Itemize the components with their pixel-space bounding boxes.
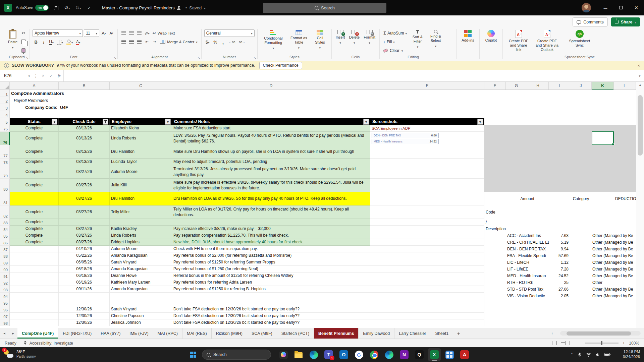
wrap-text-button[interactable]: Wrap Text <box>152 29 176 37</box>
cell-C75[interactable]: Elizabeth Kloha <box>110 125 172 132</box>
deduction-code[interactable]: CRE - CRITICAL ILL EE <box>506 239 549 246</box>
cell-D88[interactable]: Pay referral bonus of $2,000 (for referr… <box>172 252 370 259</box>
merge-center-button[interactable]: Merge & Center <box>159 38 199 45</box>
row-header[interactable]: 90 <box>0 266 10 273</box>
cell-B96[interactable]: 12/30/26 <box>59 306 110 313</box>
cell-F88[interactable] <box>484 252 506 259</box>
cell-F91[interactable] <box>484 273 506 279</box>
cell-A79[interactable]: Complete <box>10 165 59 179</box>
cell-B98[interactable]: 12/30/26 <box>59 319 110 326</box>
close-button[interactable] <box>629 0 644 15</box>
side-empty[interactable] <box>506 226 636 232</box>
cell-B94[interactable] <box>59 293 110 299</box>
formula-input[interactable] <box>63 70 636 81</box>
customize-qat-button[interactable] <box>86 4 93 11</box>
deduction-amount[interactable]: 24.52 <box>549 273 570 279</box>
start-button[interactable] <box>186 350 200 360</box>
column-header-A[interactable]: A <box>10 82 59 89</box>
cell-J85[interactable] <box>570 232 592 239</box>
confirm-entry-icon[interactable]: ✓ <box>47 73 55 78</box>
search-input[interactable]: Search <box>263 3 386 13</box>
spreadsheet-sync-button[interactable]: Spreadsheet Sync <box>567 28 592 48</box>
cell-D80[interactable]: Make sure pay increase is effective 3/8/… <box>172 179 370 192</box>
deduction-code[interactable]: VIS - Vision Deductic <box>506 293 549 299</box>
row-header[interactable]: 87 <box>0 246 10 252</box>
column-header-J[interactable]: J <box>570 82 592 89</box>
cell-D76[interactable]: LDW: 3/5/26. Pay 72 regular hours. Payou… <box>172 132 370 145</box>
create-pdf-share-link-button[interactable]: Create PDF and Share link <box>505 28 532 52</box>
row-header[interactable]: 88 <box>0 252 10 259</box>
tab-overflow-menu-icon[interactable] <box>547 328 557 339</box>
cell-B76[interactable]: 03/13/26 <box>59 132 110 145</box>
side-label[interactable]: Code <box>484 205 506 219</box>
app-store-app[interactable] <box>443 348 456 361</box>
cell-C94[interactable] <box>110 293 172 299</box>
cell-E91[interactable] <box>370 273 484 279</box>
show-hidden-icons-icon[interactable] <box>570 352 574 358</box>
cell-C95[interactable] <box>110 299 172 306</box>
sheet-tab[interactable]: MAI (RPC) <box>153 328 182 339</box>
filter-button-screenshots[interactable] <box>477 119 483 124</box>
column-header-G[interactable]: G <box>506 82 527 89</box>
deduction-amount[interactable]: 25 <box>549 279 570 286</box>
cell-C87[interactable]: Autumn Moore <box>110 246 172 252</box>
cell-F94[interactable] <box>484 293 506 299</box>
decrease-font-button[interactable] <box>108 30 115 37</box>
align-middle-button[interactable] <box>128 29 135 37</box>
cell-F90[interactable] <box>484 266 506 273</box>
cell-E75[interactable]: SCA Employee in ADP <box>370 125 484 132</box>
cell-C76[interactable]: Linda Roberts <box>110 132 172 145</box>
cell-C98[interactable]: Jessica Johnson <box>110 319 172 326</box>
deduction-code[interactable]: LIC - LifeCH <box>506 259 549 266</box>
cell-C83[interactable] <box>110 219 172 226</box>
sheet-tab[interactable]: SCA (M9F) <box>247 328 277 339</box>
row-header[interactable]: 96 <box>0 306 10 313</box>
row-header[interactable]: 80 <box>0 179 10 192</box>
selected-cell-K76[interactable] <box>592 131 614 145</box>
autosum-button[interactable]: AutoSum <box>382 29 408 37</box>
copy-button[interactable] <box>20 38 27 45</box>
row-header[interactable]: 3 <box>0 104 10 111</box>
cell-E79[interactable] <box>370 165 484 179</box>
cell-A94[interactable] <box>10 293 59 299</box>
cell-B77[interactable]: 03/13/26 <box>59 145 110 159</box>
percent-style-button[interactable] <box>212 39 219 46</box>
cell-A96[interactable] <box>10 306 59 313</box>
borders-button[interactable] <box>56 39 64 46</box>
cell-C81[interactable]: Dru Hamilton <box>110 192 172 205</box>
cell-F85[interactable] <box>484 232 506 239</box>
row-header[interactable]: 83 <box>0 219 10 226</box>
deduction-amount[interactable]: 9.94 <box>549 246 570 252</box>
autosave-toggle[interactable]: AutoSave On <box>16 5 49 11</box>
cell-D82[interactable]: Telly Miller on LOA as of 3/17/26. Only … <box>172 205 370 219</box>
cell-A3[interactable]: Company Code: <box>10 104 59 111</box>
cell-B3[interactable]: U4F <box>59 104 110 111</box>
side-label[interactable]: / <box>484 219 506 226</box>
cell-D91[interactable]: Referral bonus in the amount of $1250 fo… <box>172 273 370 279</box>
cell-D98[interactable]: Don't take FSA deduction on 12/30/26 bc … <box>172 319 370 326</box>
deduction-category[interactable]: Other (Managed by Be <box>592 259 636 266</box>
zoom-out-button[interactable]: − <box>578 341 581 346</box>
deduction-category[interactable]: Other (Managed by Be <box>592 246 636 252</box>
format-cells-button[interactable]: Format <box>362 28 377 45</box>
deduction-code[interactable]: STD - STD Post Tax <box>506 286 549 293</box>
cell-C78[interactable]: Lucinda Taylor <box>110 159 172 165</box>
app-teams[interactable]: T1 <box>322 348 335 361</box>
row-header[interactable]: 92 <box>0 279 10 286</box>
column-header-L[interactable]: L <box>614 82 636 89</box>
cell-C93[interactable]: Amanda Karagosian <box>110 286 172 293</box>
app-copilot[interactable] <box>277 348 290 361</box>
cell-C84[interactable]: Kaitlin Bradley <box>110 226 172 232</box>
vertical-scrollbar[interactable]: ▲ <box>636 82 644 328</box>
orientation-button[interactable] <box>144 29 151 37</box>
cell-C82[interactable]: Telly Miller <box>110 205 172 219</box>
deduction-amount[interactable]: 5.19 <box>549 239 570 246</box>
cell-A75[interactable]: Complete <box>10 125 59 132</box>
cell-D77[interactable]: Make sure Dru Hamilton shows up on payro… <box>172 145 370 159</box>
cell-C90[interactable]: Amanda Karagosian <box>110 266 172 273</box>
decrease-indent-button[interactable] <box>144 38 150 45</box>
row-header[interactable]: 4 <box>0 111 10 118</box>
app-chrome[interactable] <box>368 348 380 361</box>
align-right-button[interactable] <box>136 38 143 45</box>
dialog-launcher-icon[interactable] <box>254 56 256 60</box>
